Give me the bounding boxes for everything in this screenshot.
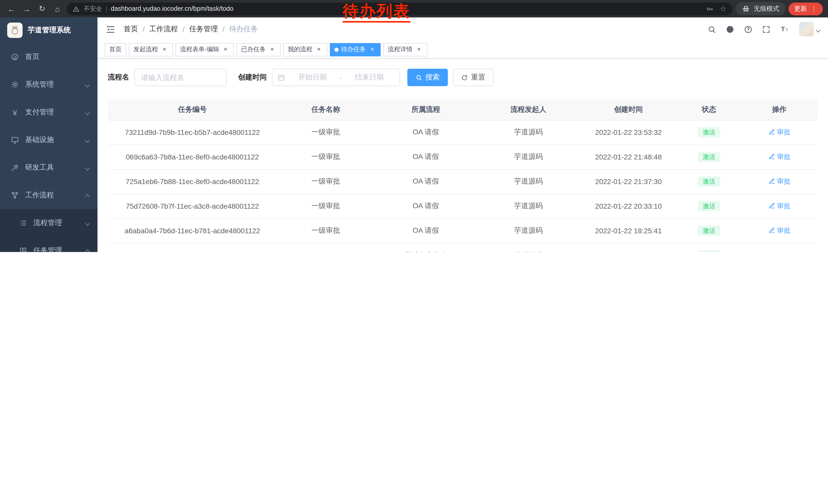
- sidebar-item-label: 研发工具: [25, 163, 54, 172]
- key-icon[interactable]: [706, 5, 714, 12]
- tab-close-icon[interactable]: ×: [415, 46, 423, 53]
- table-row: 8f0d1619-7ac8-11ec-a9e2-a2380e71991a1.2测…: [108, 243, 818, 252]
- chevron-down-icon: [85, 110, 90, 115]
- sidebar-item-system[interactable]: 系统管理: [0, 71, 97, 98]
- edit-pen-icon: [768, 129, 775, 136]
- sidebar-item-process-mgmt[interactable]: 流程管理: [0, 209, 97, 237]
- approve-link[interactable]: 审批: [768, 201, 790, 211]
- approve-link[interactable]: 审批: [768, 177, 790, 186]
- browser-update-button[interactable]: 更新 ⋮: [788, 2, 823, 15]
- tab-close-icon[interactable]: ×: [161, 46, 168, 53]
- incognito-badge: 无痕模式: [736, 2, 785, 15]
- status-cell: 激活: [677, 145, 741, 169]
- chevron-down-icon: [816, 28, 821, 33]
- tab-close-icon[interactable]: ×: [315, 46, 323, 53]
- process-name-label: 流程名: [108, 73, 129, 82]
- reset-button[interactable]: 重置: [453, 69, 494, 86]
- filter-form: 流程名 创建时间 开始日期 - 结束日期 搜索 重: [108, 69, 818, 86]
- svg-text:T: T: [786, 28, 788, 32]
- home-icon[interactable]: ⌂: [51, 4, 64, 13]
- bookmark-star-icon[interactable]: ☆: [720, 5, 727, 13]
- browser-menu-icon[interactable]: ⋮: [811, 5, 817, 12]
- breadcrumb-item[interactable]: 工作流程: [149, 25, 178, 34]
- tab-流程详情[interactable]: 流程详情×: [383, 43, 427, 56]
- initiator-cell: 芋道源码: [477, 243, 580, 252]
- tools-icon: [10, 164, 19, 172]
- edit-pen-icon: [768, 252, 775, 252]
- tab-首页[interactable]: 首页: [105, 43, 126, 56]
- create-time-label: 创建时间: [238, 73, 267, 82]
- table-row: 725a1eb6-7b88-11ec-8ef0-acde48001122一级审批…: [108, 169, 818, 194]
- tab-close-icon[interactable]: ×: [368, 46, 376, 53]
- search-button[interactable]: 搜索: [407, 69, 448, 86]
- sidebar-item-label: 基础设施: [25, 135, 54, 145]
- browser-toolbar: ← → ↻ ⌂ 不安全 dashboard.yudao.iocoder.cn/b…: [0, 0, 828, 17]
- process-cell: 测试多审批人: [374, 243, 477, 252]
- security-label[interactable]: 不安全: [84, 4, 102, 13]
- approve-link[interactable]: 审批: [768, 128, 790, 137]
- screen: ← → ↻ ⌂ 不安全 dashboard.yudao.iocoder.cn/b…: [0, 0, 828, 252]
- approve-label: 审批: [777, 152, 790, 162]
- tab-已办任务[interactable]: 已办任务×: [237, 43, 281, 56]
- app-logo[interactable]: 芋道管理系统: [0, 17, 97, 43]
- edit-pen-icon: [768, 153, 775, 160]
- back-icon[interactable]: ←: [5, 4, 17, 13]
- process-name-input[interactable]: [134, 69, 227, 86]
- approve-label: 审批: [777, 128, 790, 137]
- date-range-picker[interactable]: 开始日期 - 结束日期: [272, 69, 400, 86]
- user-avatar-menu[interactable]: [799, 22, 820, 36]
- task-name-cell: 1.2: [277, 243, 374, 252]
- tab-流程表单-编辑[interactable]: 流程表单-编辑×: [175, 43, 234, 56]
- fullscreen-icon[interactable]: [762, 25, 771, 34]
- created-time-cell: 2022-01-21 22:43:55: [580, 243, 677, 252]
- approve-label: 审批: [777, 251, 790, 252]
- initiator-cell: 芋道源码: [477, 194, 580, 218]
- action-cell: 审批: [741, 169, 818, 194]
- task-id-cell: 75d72608-7b7f-11ec-a3c8-acde48001122: [108, 194, 277, 218]
- approve-link[interactable]: 审批: [768, 226, 790, 235]
- tab-待办任务[interactable]: 待办任务×: [330, 43, 381, 56]
- reload-icon[interactable]: ↻: [36, 4, 48, 13]
- approve-link[interactable]: 审批: [768, 251, 790, 252]
- sidebar-item-home[interactable]: 首页: [0, 43, 97, 71]
- search-icon[interactable]: [707, 25, 716, 34]
- svg-text:T: T: [781, 26, 785, 33]
- breadcrumb-item[interactable]: 任务管理: [189, 25, 218, 34]
- page-content: 流程名 创建时间 开始日期 - 结束日期 搜索 重: [97, 58, 828, 252]
- tab-close-icon[interactable]: ×: [222, 46, 229, 53]
- tab-发起流程[interactable]: 发起流程×: [129, 43, 173, 56]
- approve-label: 审批: [777, 177, 790, 186]
- edit-pen-icon: [768, 178, 775, 185]
- process-cell: OA 请假: [374, 218, 477, 243]
- initiator-cell: 芋道源码: [477, 218, 580, 243]
- sidebar-item-devtools[interactable]: 研发工具: [0, 154, 97, 182]
- help-question-icon[interactable]: [744, 25, 753, 34]
- action-cell: 审批: [741, 194, 818, 218]
- edit-pen-icon: [768, 203, 775, 210]
- github-icon[interactable]: [726, 25, 735, 34]
- tab-我的流程[interactable]: 我的流程×: [283, 43, 327, 56]
- status-badge: 激活: [698, 176, 720, 187]
- sidebar-item-payment[interactable]: ¥ 支付管理: [0, 98, 97, 126]
- task-table: 任务编号 任务名称 所属流程 流程发起人 创建时间 状态 操作 73211d9d…: [108, 99, 818, 252]
- url-text[interactable]: dashboard.yudao.iocoder.cn/bpm/task/todo: [111, 5, 234, 12]
- approve-link[interactable]: 审批: [768, 152, 790, 162]
- sidebar-fold-icon[interactable]: [106, 25, 115, 34]
- table-row: 75d72608-7b7f-11ec-a3c8-acde48001122一级审批…: [108, 194, 818, 218]
- breadcrumb-item[interactable]: 首页: [124, 25, 138, 34]
- active-tab-dot: [334, 47, 339, 51]
- avatar: [799, 22, 814, 36]
- forward-icon[interactable]: →: [20, 4, 33, 13]
- status-cell: 激活: [677, 194, 741, 218]
- header-actions: TT: [707, 22, 820, 36]
- sidebar-item-workflow[interactable]: 工作流程: [0, 182, 97, 209]
- sidebar-item-task-mgmt[interactable]: 任务管理: [0, 237, 97, 252]
- process-cell: OA 请假: [374, 120, 477, 145]
- tab-close-icon[interactable]: ×: [268, 46, 276, 53]
- chevron-down-icon: [85, 221, 90, 226]
- status-badge: 激活: [698, 201, 720, 211]
- font-size-icon[interactable]: TT: [780, 25, 790, 34]
- created-time-cell: 2022-01-22 20:33:10: [580, 194, 677, 218]
- sidebar-item-infra[interactable]: 基础设施: [0, 126, 97, 154]
- dashboard-icon: [10, 53, 19, 61]
